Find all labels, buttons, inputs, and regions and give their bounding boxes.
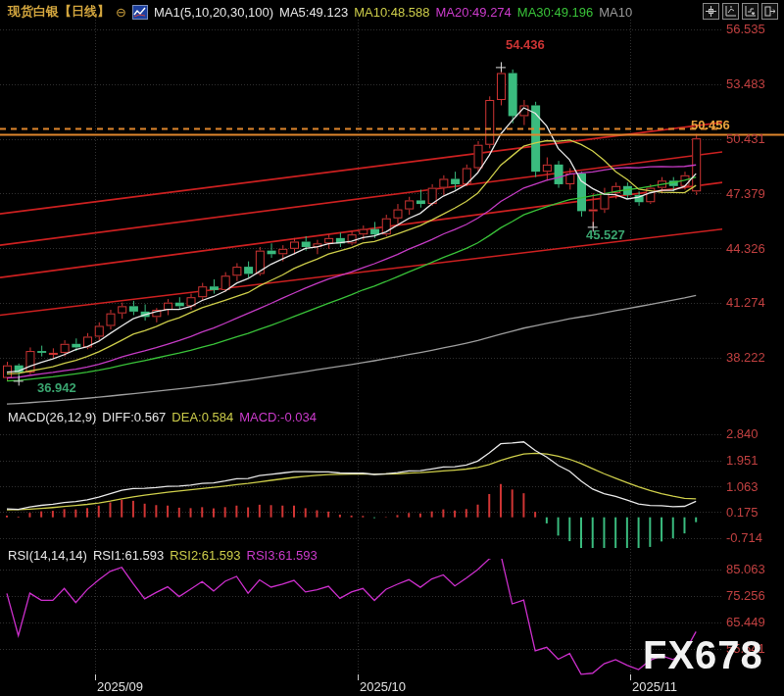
- macd-dea-value: DEA:0.584: [172, 410, 233, 424]
- main-axis-label: 38.222: [726, 350, 765, 365]
- ma5-value: MA5:49.123: [279, 5, 348, 20]
- high-annotation: 54.436: [506, 37, 545, 52]
- macd-name: MACD(26,12,9): [8, 410, 96, 424]
- macd-diff-value: DIFF:0.567: [102, 410, 166, 424]
- x-axis-label: 2025/10: [360, 679, 406, 694]
- time-scale-icon[interactable]: [742, 3, 759, 20]
- main-axis-label: 50.431: [726, 131, 765, 146]
- last-price-tag: 50.456: [691, 118, 730, 132]
- macd-axis-label: -0.714: [726, 530, 762, 545]
- main-axis-label: 53.483: [726, 76, 765, 91]
- macd-axis-label: 1.951: [726, 453, 759, 468]
- ma-extra-label: MA10: [599, 5, 632, 20]
- price-scale-icon[interactable]: [722, 3, 739, 20]
- main-axis-label: 56.535: [726, 22, 765, 36]
- ma20-value: MA20:49.274: [436, 5, 512, 20]
- chart-style-icon[interactable]: [132, 5, 148, 20]
- main-axis-label: 41.274: [726, 295, 765, 310]
- pane-switch-icon[interactable]: [761, 3, 778, 20]
- rsi-axis-label: 65.449: [726, 615, 765, 629]
- macd-axis-label: 2.840: [726, 426, 759, 441]
- low-annotation: 36.942: [37, 380, 76, 395]
- rsi-axis-label: 75.256: [726, 588, 765, 603]
- low-annotation: 45.527: [586, 227, 625, 242]
- chart-toolbar: [703, 3, 778, 20]
- crosshair-icon[interactable]: [703, 3, 719, 20]
- rsi3-value: RSI3:61.593: [247, 548, 318, 563]
- ma30-value: MA30:49.196: [517, 5, 593, 20]
- rsi2-value: RSI2:61.593: [170, 548, 240, 563]
- ma10-value: MA10:48.588: [354, 5, 429, 20]
- zoom-out-icon[interactable]: ⊖: [116, 5, 126, 20]
- macd-axis-label: 1.063: [726, 479, 759, 494]
- chart-canvas[interactable]: [0, 0, 784, 696]
- rsi-axis-label: 85.063: [726, 562, 765, 576]
- rsi1-value: RSI1:61.593: [93, 548, 164, 563]
- x-axis-label: 2025/11: [632, 679, 677, 694]
- main-axis-label: 47.379: [726, 186, 765, 201]
- rsi-name: RSI(14,14,14): [8, 548, 87, 563]
- fx678-watermark: FX678: [643, 633, 763, 677]
- main-axis-label: 44.326: [726, 241, 765, 256]
- instrument-title: 现货白银【日线】: [8, 3, 110, 21]
- x-axis-label: 2025/09: [97, 679, 143, 694]
- macd-macd-value: MACD:-0.034: [239, 410, 317, 424]
- trading-chart-window: { "header": { "title": "现货白银", "period":…: [0, 0, 784, 696]
- rsi-header: RSI(14,14,14) RSI1:61.593 RSI2:61.593 RS…: [8, 548, 318, 563]
- macd-axis-label: 0.175: [726, 505, 759, 520]
- chart-header: 现货白银【日线】 ⊖ MA1(5,10,20,30,100) MA5:49.12…: [8, 3, 632, 21]
- ma-group-label: MA1(5,10,20,30,100): [154, 5, 273, 20]
- macd-header: MACD(26,12,9) DIFF:0.567 DEA:0.584 MACD:…: [8, 410, 317, 424]
